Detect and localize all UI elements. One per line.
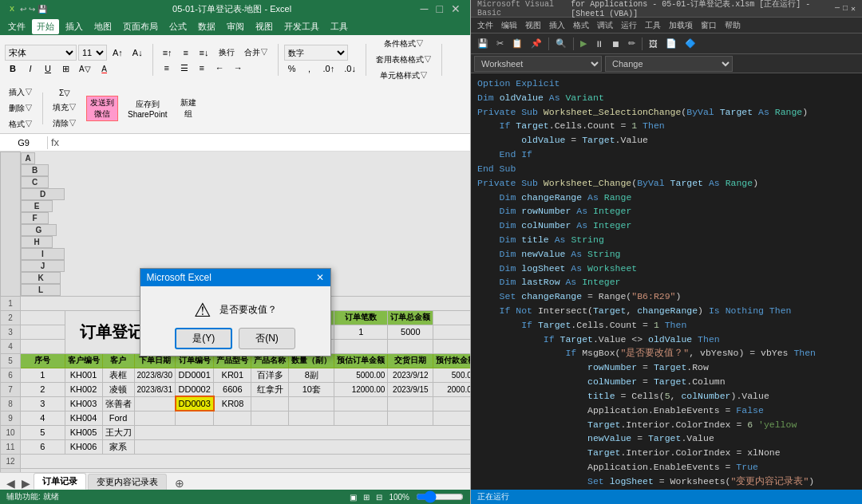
vba-menu-debug[interactable]: 调试 [594,19,616,32]
storage-btn[interactable]: 应存到SharePoint [124,97,171,120]
vba-minimize-btn[interactable]: ─ [835,4,840,14]
vba-class-btn[interactable]: 🔷 [682,37,699,50]
tab-formula[interactable]: 公式 [164,19,192,34]
vba-maximize-btn[interactable]: □ [843,4,848,14]
align-top-btn[interactable]: ≡↑ [159,45,176,60]
sheet-add-btn[interactable]: ⊕ [172,477,188,490]
send-btn[interactable]: 发送到微信 [86,96,118,121]
minimize-btn[interactable]: ─ [417,2,432,15]
vba-reset-btn[interactable]: ⏹ [608,37,623,50]
cell-styles-btn[interactable]: 单元格样式▽ [372,69,436,83]
vba-design-btn[interactable]: ✏ [625,37,639,50]
tab-home[interactable]: 开始 [32,19,59,34]
excel-panel: X ↩ ↪ 💾 05-01-订单登记表-地图 - Excel ─ □ ✕ 文件 … [0,0,471,504]
sheet-nav-left[interactable]: ◀ [3,477,18,490]
modal-yes-btn[interactable]: 是(Y) [175,328,232,349]
vba-menu-window[interactable]: 窗口 [698,19,720,32]
pct-btn[interactable]: % [284,62,300,75]
fill-color-btn[interactable]: A▽ [75,63,95,75]
wrap-text-btn[interactable]: 换行 [215,45,239,60]
modal-icon-row: ⚠ 是否要改值？ [194,299,277,321]
border-btn[interactable]: ⊞ [57,62,73,76]
sheet-tab-changes[interactable]: 变更内容记录表 [88,474,167,490]
align-mid-btn[interactable]: ≡ [178,45,194,60]
font-size-select[interactable]: 11 [78,45,107,61]
vba-run-btn[interactable]: ▶ [577,37,590,50]
delete-btn[interactable]: 删除▽ [5,101,37,116]
sheet-tab-orders[interactable]: 订单记录 [34,473,86,490]
tab-tools[interactable]: 工具 [326,19,353,34]
decrease-font-btn[interactable]: A↓ [129,46,147,59]
name-box[interactable] [0,136,48,149]
tab-ditu[interactable]: 地图 [89,19,117,34]
vba-menu-edit[interactable]: 编辑 [498,19,520,32]
maximize-btn[interactable]: □ [433,2,446,15]
statusbar-view-layout[interactable]: ⊞ [363,493,370,502]
tab-layout[interactable]: 页面布局 [118,19,163,34]
comma-btn[interactable]: , [302,62,318,75]
vba-code-area[interactable]: Option ExplicitDim oldValue As VariantPr… [471,73,862,490]
font-family-select[interactable]: 宋体 [5,45,77,61]
tab-dev[interactable]: 开发工具 [279,19,324,34]
tab-insert[interactable]: 插入 [61,19,88,34]
increase-font-btn[interactable]: A↑ [109,46,127,59]
new-group-btn[interactable]: 新建组 [176,96,200,121]
statusbar-view-normal[interactable]: ▣ [350,493,357,502]
dec-inc-btn[interactable]: .0↑ [319,62,339,75]
indent-inc-btn[interactable]: → [230,61,247,75]
excel-statusbar: 辅助功能: 就绪 ▣ ⊞ ⊟ 100% [0,490,470,504]
vba-menu-view[interactable]: 视图 [522,19,544,32]
statusbar-view-page[interactable]: ⊟ [376,493,382,502]
vba-find-btn[interactable]: 🔍 [552,37,570,50]
vba-module-btn[interactable]: 📄 [662,37,680,50]
tab-file[interactable]: 文件 [3,19,30,34]
underline-btn[interactable]: U [40,62,56,75]
bold-btn[interactable]: B [5,62,21,75]
format-btn[interactable]: 格式▽ [5,117,37,132]
vba-menu-run[interactable]: 运行 [618,19,640,32]
vba-object-dropdown[interactable]: Worksheet [474,56,602,72]
tab-view[interactable]: 视图 [251,19,278,34]
modal-buttons: 是(Y) 否(N) [140,328,330,356]
merge-btn[interactable]: 合并▽ [240,45,272,60]
number-format-select[interactable]: 数字 [284,45,348,61]
indent-dec-btn[interactable]: ← [212,61,228,75]
vba-menu-file[interactable]: 文件 [474,19,496,32]
fill-btn[interactable]: 填充▽ [49,100,81,115]
tab-data[interactable]: 数据 [193,19,220,34]
font-color-btn[interactable]: A [97,63,113,75]
vba-menu-addins[interactable]: 加载项 [666,19,696,32]
modal-close-btn[interactable]: ✕ [316,272,324,283]
dec-dec-btn[interactable]: .0↓ [340,62,360,75]
vba-menu-help[interactable]: 帮助 [722,19,744,32]
clear-btn[interactable]: 清除▽ [49,116,81,131]
align-right-btn[interactable]: ≡ [194,61,210,75]
tab-review[interactable]: 审阅 [222,19,249,34]
modal-no-btn[interactable]: 否(N) [239,328,295,349]
zoom-slider[interactable] [416,494,464,500]
align-left-btn[interactable]: ≡ [159,61,175,75]
cond-format-btn[interactable]: 条件格式▽ [372,37,436,51]
vba-menu-format[interactable]: 格式 [570,19,592,32]
vba-menu-insert[interactable]: 插入 [546,19,568,32]
formula-input[interactable] [62,136,470,149]
vba-menu-tools[interactable]: 工具 [642,19,664,32]
vba-close-btn[interactable]: ✕ [851,4,856,14]
sheet-nav-right[interactable]: ▶ [18,477,34,490]
autosum-btn[interactable]: Σ▽ [49,87,81,99]
vba-break-btn[interactable]: ⏸ [591,37,607,50]
vba-paste-btn[interactable]: 📌 [528,37,545,50]
italic-btn[interactable]: I [22,62,38,75]
vba-copy-btn[interactable]: 📋 [508,37,526,50]
vba-save-btn[interactable]: 💾 [474,37,492,50]
align-bot-btn[interactable]: ≡↓ [196,45,213,60]
vba-userform-btn[interactable]: 🖼 [646,37,661,50]
vba-procedure-dropdown[interactable]: Change [605,56,733,72]
insert-btn[interactable]: 插入▽ [5,85,37,100]
excel-window-controls[interactable]: ─ □ ✕ [417,2,464,15]
align-center-btn[interactable]: ☰ [176,61,192,75]
close-btn[interactable]: ✕ [448,2,464,15]
vba-cut-btn[interactable]: ✂ [493,37,507,50]
formula-bar: fx [0,134,470,152]
format-table-btn[interactable]: 套用表格格式▽ [372,53,436,67]
